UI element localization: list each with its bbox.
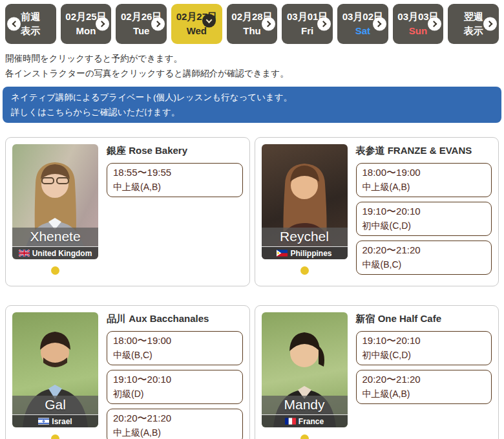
- france-flag-icon: [285, 418, 296, 425]
- slot-time: 19:10〜20:10: [362, 204, 486, 219]
- instructor-name-band: Reychel: [262, 228, 348, 246]
- day-button-thu[interactable]: 02月28日 Thu: [227, 4, 278, 44]
- day-name: Sun: [409, 24, 427, 38]
- chevron-left-icon: [7, 17, 21, 31]
- day-name: Tue: [133, 24, 150, 38]
- lesson-card-grid: Xhenete United Kingdom 銀座 Rose Bakery 18: [0, 123, 504, 439]
- instructor-name-band: Mandy: [262, 396, 348, 414]
- day-button-wed-selected[interactable]: 02月27日 Wed: [171, 4, 222, 44]
- instructor-country: Israel: [52, 417, 72, 426]
- instructor-country-band: Israel: [12, 414, 98, 427]
- slot-level: 中上級(A,B): [362, 180, 486, 195]
- instructor-name-band: Gal: [12, 396, 98, 414]
- day-name: Wed: [187, 24, 207, 38]
- day-name: Fri: [301, 24, 313, 38]
- date-navigation: 前週 表示 02月25日 Mon 02月26日 Tue 02月27日 Wed 0…: [0, 0, 504, 44]
- slot-level: 中上級(A,B): [113, 425, 236, 439]
- lesson-card-omotesando: Reychel Philippines 表参道 FRANZE & EVANS 1…: [255, 137, 499, 286]
- instruction-line-1: 開催時間をクリックすると予約ができます。: [5, 52, 499, 67]
- lesson-card-shinjuku: Mandy France 新宿 One Half Cafe 19:10〜20:1…: [255, 305, 499, 439]
- instructor-photo-column: Mandy France: [262, 312, 348, 439]
- card-info-column: 品川 Aux Bacchanales 18:00〜19:00 中級(B,C) 1…: [107, 312, 243, 439]
- card-title: 新宿 One Half Cafe: [356, 313, 492, 325]
- uk-flag-icon: [19, 250, 30, 257]
- time-slot-button[interactable]: 18:55〜19:55 中上級(A,B): [107, 163, 243, 197]
- chevron-right-icon: [262, 17, 275, 31]
- instructor-photo-column: Xhenete United Kingdom: [12, 144, 98, 279]
- next-week-button[interactable]: 翌週 表示: [448, 4, 499, 44]
- private-lesson-banner[interactable]: ネイティブ講師によるプライベート(個人)レッスンも行なっています。 詳しくはこち…: [3, 87, 501, 123]
- card-info-column: 銀座 Rose Bakery 18:55〜19:55 中上級(A,B): [107, 144, 243, 279]
- card-info-column: 新宿 One Half Cafe 19:10〜20:10 初中級(C,D) 20…: [356, 312, 492, 439]
- time-slot-button[interactable]: 19:10〜20:10 初級(D): [107, 370, 243, 404]
- day-name: Mon: [76, 24, 96, 38]
- chevron-right-icon: [428, 17, 441, 31]
- slot-time: 19:10〜20:10: [362, 333, 486, 348]
- slot-time: 20:20〜21:20: [362, 372, 486, 387]
- previous-week-button[interactable]: 前週 表示: [5, 4, 56, 44]
- instructor-photo-mandy[interactable]: Mandy France: [262, 312, 348, 427]
- instructor-country-band: United Kingdom: [12, 246, 98, 259]
- slot-level: 初中級(C,D): [362, 348, 486, 363]
- day-button-fri[interactable]: 03月01日 Fri: [282, 4, 333, 44]
- previous-week-label-1: 前週: [21, 10, 40, 24]
- banner-line-1: ネイティブ講師によるプライベート(個人)レッスンも行なっています。: [11, 90, 493, 105]
- card-title: 品川 Aux Bacchanales: [107, 313, 243, 325]
- chevron-right-icon: [483, 17, 497, 31]
- day-button-mon[interactable]: 02月25日 Mon: [61, 4, 112, 44]
- slot-level: 初級(D): [113, 387, 236, 402]
- slot-level: 中上級(A,B): [362, 387, 486, 402]
- day-button-tue[interactable]: 02月26日 Tue: [116, 4, 167, 44]
- slot-time: 20:20〜21:20: [362, 242, 486, 257]
- card-title: 銀座 Rose Bakery: [107, 145, 243, 157]
- time-slot-button[interactable]: 20:20〜21:20 中上級(A,B): [107, 409, 243, 439]
- instructor-country-band: France: [262, 414, 348, 427]
- instructor-country: France: [299, 417, 324, 426]
- banner-line-2: 詳しくはこちらからご確認いただけます。: [11, 105, 493, 120]
- pager-dot: [300, 434, 309, 439]
- time-slot-button[interactable]: 18:00〜19:00 中上級(A,B): [356, 163, 492, 197]
- time-slot-button[interactable]: 18:00〜19:00 中級(B,C): [107, 331, 243, 365]
- slot-time: 20:20〜21:20: [113, 411, 236, 425]
- next-week-label-2: 表示: [464, 24, 483, 38]
- slot-time: 18:00〜19:00: [113, 333, 236, 348]
- slot-level: 中級(B,C): [113, 348, 236, 363]
- pager-dot: [51, 266, 59, 275]
- instructor-photo-gal[interactable]: Gal Israel: [12, 312, 98, 427]
- instructor-country-band: Philippines: [262, 246, 348, 259]
- chevron-right-icon: [151, 17, 165, 31]
- card-info-column: 表参道 FRANZE & EVANS 18:00〜19:00 中上級(A,B) …: [356, 144, 492, 279]
- instructor-country: United Kingdom: [32, 249, 92, 258]
- instruction-line-2: 各インストラクターの写真をクリックすると講師紹介が確認できます。: [5, 67, 499, 81]
- time-slot-button[interactable]: 19:10〜20:10 初中級(C,D): [356, 331, 492, 365]
- chevron-down-icon: [202, 14, 216, 28]
- previous-week-label-2: 表示: [21, 24, 40, 38]
- time-slot-button[interactable]: 20:20〜21:20 中上級(A,B): [356, 370, 492, 404]
- chevron-right-icon: [317, 17, 331, 31]
- day-button-sun[interactable]: 03月03日 Sun: [393, 4, 444, 44]
- instructor-name-band: Xhenete: [12, 228, 98, 246]
- pager-dot: [51, 434, 59, 439]
- chevron-right-icon: [96, 17, 109, 31]
- instructor-photo-reychel[interactable]: Reychel Philippines: [262, 144, 348, 259]
- day-name: Sat: [355, 24, 370, 38]
- next-week-label-1: 翌週: [464, 10, 483, 24]
- chevron-right-icon: [373, 17, 386, 31]
- instructor-country: Philippines: [290, 249, 331, 258]
- slot-time: 19:10〜20:10: [113, 372, 236, 387]
- instructor-photo-xhenete[interactable]: Xhenete United Kingdom: [12, 144, 98, 259]
- day-button-sat[interactable]: 03月02日 Sat: [337, 4, 388, 44]
- instructor-photo-column: Gal Israel: [12, 312, 98, 439]
- time-slot-button[interactable]: 19:10〜20:10 初中級(C,D): [356, 202, 492, 236]
- slot-time: 18:00〜19:00: [362, 165, 486, 180]
- instructions-text: 開催時間をクリックすると予約ができます。 各インストラクターの写真をクリックする…: [0, 44, 504, 81]
- card-title: 表参道 FRANZE & EVANS: [356, 145, 492, 157]
- slot-level: 初中級(C,D): [362, 219, 486, 233]
- lesson-card-ginza: Xhenete United Kingdom 銀座 Rose Bakery 18: [5, 137, 250, 286]
- day-name: Thu: [243, 24, 261, 38]
- slot-level: 中上級(A,B): [113, 180, 236, 195]
- israel-flag-icon: [38, 418, 49, 425]
- philippines-flag-icon: [277, 250, 288, 257]
- time-slot-button[interactable]: 20:20〜21:20 中級(B,C): [356, 241, 492, 275]
- pager-dot: [300, 266, 309, 275]
